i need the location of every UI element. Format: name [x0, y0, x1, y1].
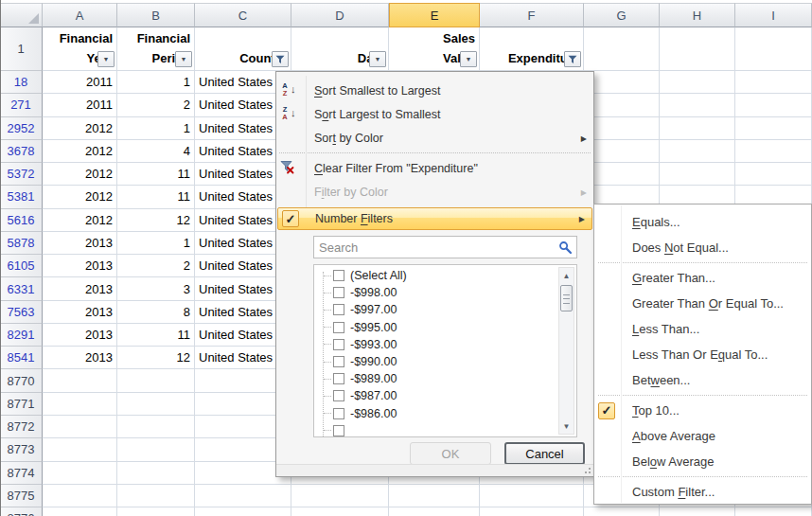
filter-button-F[interactable] [564, 51, 581, 67]
submenu-item-above-average[interactable]: Above Average [594, 423, 811, 449]
row-header-8771[interactable]: 8771 [0, 393, 43, 416]
cell-A6105: 2013 [43, 255, 117, 277]
column-header-A[interactable]: A [43, 3, 117, 27]
filter-button-A[interactable]: ▼ [97, 51, 115, 67]
checkbox[interactable] [333, 339, 344, 350]
column-header-I[interactable]: I [735, 3, 812, 27]
header-cell-H [660, 27, 735, 71]
submenu-item-less-than[interactable]: Less Than... [594, 316, 811, 342]
cell-I18 [735, 71, 812, 94]
cell-B5616: 12 [117, 209, 195, 232]
checkbox[interactable] [333, 270, 344, 281]
filter-button-D[interactable]: ▼ [369, 51, 386, 67]
cancel-button[interactable]: Cancel [504, 442, 585, 465]
filter-button-C[interactable] [272, 51, 289, 67]
row-header-8776[interactable]: 8776 [0, 507, 43, 516]
value-list-scrollbar[interactable]: ▲ ▼ [558, 267, 574, 435]
checkbox[interactable] [333, 390, 344, 401]
scroll-down-icon[interactable]: ▼ [559, 419, 574, 433]
menu-item-sort-smallest-to-largest[interactable]: AZ↓Sort Smallest to Largest [276, 79, 593, 102]
ok-button[interactable]: OK [410, 442, 491, 465]
cell-B8291: 11 [117, 324, 195, 347]
cell-G5372 [584, 163, 660, 186]
row-header-1[interactable]: 1 [0, 27, 43, 71]
submenu-item-greater-than[interactable]: Greater Than... [594, 265, 811, 291]
header-cell-I [735, 27, 812, 71]
checkbox[interactable] [333, 425, 344, 436]
value-list-item[interactable]: -$997.00 [314, 301, 556, 318]
value-list-item-partial[interactable] [314, 422, 556, 436]
search-input[interactable] [314, 237, 576, 258]
cell-B8774 [117, 462, 195, 485]
menu-item-label: Sort by Color [314, 132, 383, 145]
value-list-item[interactable]: -$995.00 [314, 319, 556, 336]
value-list-item[interactable]: -$993.00 [314, 336, 556, 353]
submenu-item-greater-than-or-equal-to[interactable]: Greater Than Or Equal To... [594, 291, 811, 316]
clear-filter-icon [280, 160, 303, 177]
menu-item-sort-by-color[interactable]: Sort by Color▶ [276, 126, 593, 150]
filter-button-B[interactable]: ▼ [175, 51, 192, 67]
checkbox[interactable] [333, 322, 344, 333]
submenu-item-does-not-equal[interactable]: Does Not Equal... [594, 235, 811, 260]
row-header-8774[interactable]: 8774 [0, 462, 43, 485]
window-left-edge [0, 0, 1, 516]
row-header-8773[interactable]: 8773 [0, 438, 43, 461]
row-header-8541[interactable]: 8541 [0, 347, 43, 369]
menu-item-number-filters[interactable]: ✓Number Filters▶ [277, 207, 592, 230]
checkbox[interactable] [333, 287, 344, 298]
value-list-item[interactable]: -$986.00 [314, 405, 556, 422]
row-header-8775[interactable]: 8775 [0, 485, 43, 507]
row-header-8770[interactable]: 8770 [0, 369, 43, 392]
resize-grip[interactable] [589, 472, 591, 473]
row-header-6105[interactable]: 6105 [0, 255, 43, 277]
value-list-item[interactable]: (Select All) [314, 267, 556, 284]
select-all-corner[interactable] [0, 3, 43, 27]
row-header-18[interactable]: 18 [0, 71, 43, 94]
checkbox[interactable] [333, 373, 344, 384]
column-header-B[interactable]: B [117, 3, 195, 27]
column-header-E[interactable]: E [389, 3, 480, 27]
value-list-item[interactable]: -$989.00 [314, 370, 556, 387]
checkbox[interactable] [333, 408, 344, 419]
value-list-item[interactable]: -$990.00 [314, 353, 556, 370]
submenu-item-less-than-or-equal-to[interactable]: Less Than Or Equal To... [594, 342, 811, 367]
row-header-3678[interactable]: 3678 [0, 140, 43, 163]
menu-item-label: Does Not Equal... [632, 240, 729, 255]
row-header-7563[interactable]: 7563 [0, 301, 43, 324]
row-header-2952[interactable]: 2952 [0, 117, 43, 140]
row-header-5372[interactable]: 5372 [0, 163, 43, 186]
submenu-item-custom-filter[interactable]: Custom Filter... [594, 479, 811, 505]
submenu-item-between[interactable]: Between... [594, 367, 811, 393]
row-header-5878[interactable]: 5878 [0, 232, 43, 255]
column-header-D[interactable]: D [291, 3, 389, 27]
menu-item-filter-by-color: Filter by Color▶ [276, 180, 593, 204]
value-list-item[interactable]: -$998.00 [314, 284, 556, 301]
submenu-item-below-average[interactable]: Below Average [594, 449, 811, 474]
row-header-8772[interactable]: 8772 [0, 416, 43, 438]
menu-separator [279, 152, 591, 153]
checkbox[interactable] [333, 304, 344, 315]
filter-arrow-icon: ▼ [375, 56, 381, 62]
column-header-G[interactable]: G [584, 3, 660, 27]
row-header-8291[interactable]: 8291 [0, 324, 43, 347]
submenu-item-top-10[interactable]: ✓Top 10... [594, 398, 811, 423]
filter-button-E[interactable]: ▼ [460, 51, 477, 67]
menu-item-clear-filter-from-expenditure[interactable]: Clear Filter From "Expenditure" [276, 156, 593, 180]
column-header-H[interactable]: H [660, 3, 735, 27]
row-header-271[interactable]: 271 [0, 94, 43, 116]
row-header-5381[interactable]: 5381 [0, 186, 43, 208]
checkbox[interactable] [333, 356, 344, 367]
submenu-item-equals[interactable]: Equals... [594, 209, 811, 235]
scrollbar-thumb[interactable] [560, 285, 573, 311]
header-cell-D: Date▼ [291, 27, 389, 71]
row-header-6331[interactable]: 6331 [0, 277, 43, 300]
column-header-F[interactable]: F [480, 3, 584, 27]
cell-B8776 [117, 507, 195, 516]
column-header-C[interactable]: C [195, 3, 291, 27]
tree-connector [324, 396, 331, 397]
value-list-item[interactable]: -$987.00 [314, 387, 556, 404]
menu-item-sort-largest-to-smallest[interactable]: ZA↓Sort Largest to Smallest [276, 102, 593, 126]
row-header-5616[interactable]: 5616 [0, 209, 43, 232]
scroll-up-icon[interactable]: ▲ [559, 269, 574, 282]
value-label: -$989.00 [350, 372, 397, 385]
